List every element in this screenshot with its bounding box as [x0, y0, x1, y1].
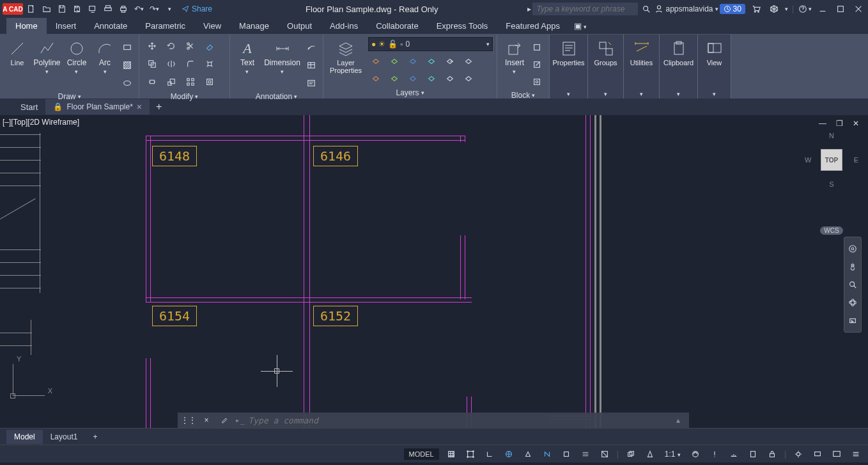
search-input[interactable]	[532, 3, 638, 15]
arc-button[interactable]: Arc▾	[91, 37, 118, 78]
group-layers-label[interactable]: Layers ▾	[327, 87, 493, 99]
copy-icon[interactable]	[144, 56, 160, 72]
layout-add-button[interactable]: +	[85, 430, 105, 444]
offset-icon[interactable]	[202, 74, 217, 90]
grid-icon[interactable]	[444, 447, 458, 461]
new-icon[interactable]	[24, 2, 38, 16]
layout-tab-layout1[interactable]: Layout1	[43, 430, 86, 444]
undo-icon[interactable]: ↶ ▾	[132, 2, 146, 16]
app-menu-button[interactable]: A CAD	[3, 3, 23, 15]
print-icon[interactable]	[116, 2, 130, 16]
user-menu[interactable]: appsmalavida ▾	[655, 4, 718, 13]
tab-insert[interactable]: Insert	[47, 18, 86, 34]
tab-manage[interactable]: Manage	[230, 18, 278, 34]
cmd-close-icon[interactable]: ×	[199, 413, 213, 427]
layer-iso-icon[interactable]	[368, 71, 384, 86]
mirror-icon[interactable]	[164, 56, 179, 72]
ortho-icon[interactable]	[483, 447, 497, 461]
annotation-monitor-icon[interactable]	[708, 447, 722, 461]
rotate-icon[interactable]	[164, 38, 179, 54]
array-icon[interactable]	[183, 74, 198, 90]
nav-zoom-icon[interactable]	[846, 278, 859, 291]
erase-icon[interactable]	[202, 38, 217, 54]
layer-properties-button[interactable]: Layer Properties	[327, 37, 364, 77]
file-tab-start[interactable]: Start	[13, 100, 45, 114]
layer-walk-icon[interactable]	[461, 71, 476, 86]
ws-switch-icon[interactable]	[688, 447, 702, 461]
leader-icon[interactable]	[304, 40, 319, 55]
nav-pan-icon[interactable]	[846, 260, 859, 273]
cmd-customize-icon[interactable]	[217, 413, 231, 427]
share-button[interactable]: Share	[178, 4, 216, 13]
isodraft-icon[interactable]	[521, 447, 535, 461]
panel-utilities[interactable]: Utilities ▾	[624, 35, 660, 99]
tab-home[interactable]: Home	[6, 18, 47, 34]
cmd-handle-icon[interactable]: ⋮⋮	[182, 413, 196, 427]
status-model-button[interactable]: MODEL	[404, 448, 439, 460]
isolate-icon[interactable]	[791, 447, 805, 461]
polar-icon[interactable]	[502, 447, 516, 461]
minimize-icon[interactable]	[816, 2, 830, 16]
cycling-icon[interactable]	[624, 447, 638, 461]
fillet-icon[interactable]	[183, 56, 198, 72]
save-icon[interactable]	[55, 2, 69, 16]
customize-status-icon[interactable]	[849, 447, 863, 461]
nav-wheel-icon[interactable]	[846, 242, 859, 255]
qat-more-icon[interactable]: ▾	[162, 2, 176, 16]
app-store-icon[interactable]	[767, 2, 781, 16]
saveas-icon[interactable]	[70, 2, 84, 16]
scale-icon[interactable]	[164, 74, 179, 90]
panel-groups[interactable]: Groups ▾	[588, 35, 624, 99]
vp-minimize-icon[interactable]: —	[816, 116, 830, 130]
redo-icon[interactable]: ↷ ▾	[147, 2, 161, 16]
trim-icon[interactable]	[183, 38, 198, 54]
quick-prop-icon[interactable]	[746, 447, 760, 461]
wcs-badge[interactable]: WCS	[820, 226, 842, 235]
vp-maximize-icon[interactable]: ❐	[832, 116, 846, 130]
close-icon[interactable]	[851, 2, 865, 16]
polyline-button[interactable]: Polyline▾	[32, 37, 62, 78]
scale-label[interactable]: 1:1 ▾	[662, 450, 683, 459]
tab-express[interactable]: Express Tools	[428, 18, 497, 34]
layer-off-icon[interactable]	[368, 54, 384, 69]
panel-clipboard[interactable]: Clipboard ▾	[660, 35, 698, 99]
transparency-icon[interactable]	[598, 447, 612, 461]
plot-icon[interactable]	[101, 2, 115, 16]
help-icon[interactable]: ▾	[798, 2, 812, 16]
lock-ui-icon[interactable]	[765, 447, 779, 461]
snap-icon[interactable]	[463, 447, 477, 461]
stretch-icon[interactable]	[144, 74, 160, 90]
tab-view[interactable]: View	[194, 18, 230, 34]
open-icon[interactable]	[40, 2, 54, 16]
layout-tab-model[interactable]: Model	[6, 430, 43, 444]
nav-showmotion-icon[interactable]	[846, 314, 859, 327]
table-icon[interactable]	[304, 58, 319, 73]
open-web-icon[interactable]	[86, 2, 100, 16]
line-button[interactable]: Line	[4, 37, 31, 69]
tab-parametric[interactable]: Parametric	[136, 18, 194, 34]
explode-icon[interactable]	[202, 56, 217, 72]
file-tab-active[interactable]: 🔒 Floor Plan Sample* ×	[45, 99, 150, 114]
layer-lock-icon[interactable]	[405, 54, 421, 69]
layer-thaw-icon[interactable]	[387, 71, 402, 86]
ribbon-options-icon[interactable]: ▣▾	[569, 18, 592, 34]
layer-dropdown[interactable]: ●☀🔓▫ 0▾	[368, 37, 493, 51]
otrack-icon[interactable]	[559, 447, 573, 461]
layer-match-icon[interactable]	[442, 54, 458, 69]
dimension-button[interactable]: Dimension▾	[262, 37, 302, 78]
app-dropdown-icon[interactable]: ▾	[785, 6, 788, 12]
edit-attr-icon[interactable]	[529, 74, 545, 90]
play-icon[interactable]: ▸	[527, 4, 531, 13]
vp-close-icon[interactable]: ✕	[849, 116, 863, 130]
layer-freeze-icon[interactable]	[387, 54, 402, 69]
edit-block-icon[interactable]	[529, 57, 545, 72]
tab-output[interactable]: Output	[278, 18, 321, 34]
clean-screen-icon[interactable]	[830, 447, 844, 461]
rectangle-icon[interactable]	[120, 40, 135, 55]
tab-addins[interactable]: Add-ins	[321, 18, 367, 34]
ellipse-icon[interactable]	[120, 75, 135, 91]
viewcube-face[interactable]: TOP	[821, 149, 842, 171]
drawing-canvas[interactable]: [–][Top][2D Wireframe] — ❐ ✕ 6148 6146 6…	[0, 115, 868, 428]
lineweight-icon[interactable]	[578, 447, 593, 461]
insert-block-button[interactable]: Insert▾	[501, 37, 528, 78]
